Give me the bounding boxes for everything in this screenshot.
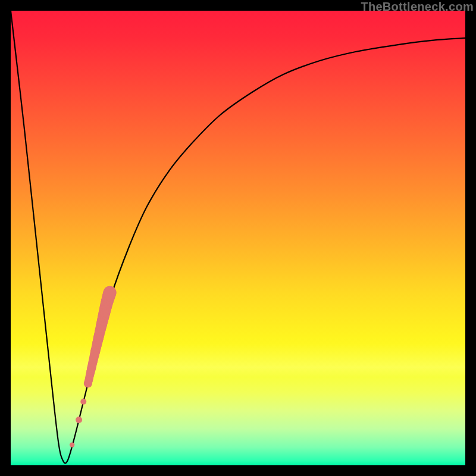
- highlight-band-dot: [104, 286, 117, 299]
- chart-svg: [11, 11, 465, 465]
- highlight-dot: [76, 416, 82, 423]
- highlight-dots: [70, 286, 117, 447]
- bottleneck-curve: [11, 11, 465, 464]
- plot-area: [11, 11, 465, 465]
- chart-frame: TheBottleneck.com: [0, 0, 476, 476]
- highlight-dot: [70, 442, 74, 447]
- highlight-dot: [80, 399, 86, 405]
